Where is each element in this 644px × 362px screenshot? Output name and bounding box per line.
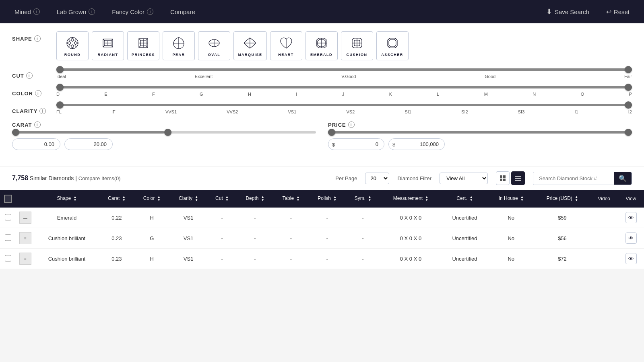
row-checkbox-0[interactable] [5,214,11,220]
table-body: ▬ Emerald 0.22 H VS1 - - - - - 0 X 0 X 0… [0,208,644,269]
results-bar: 7,758 Similar Diamonds | Compare Items(0… [0,166,644,190]
shape-emerald[interactable]: EMERALD [305,31,338,60]
col-shape[interactable]: Shape ▲▼ [35,190,99,208]
row-view-1[interactable]: 👁 [618,228,644,249]
col-table[interactable]: Table ▲▼ [273,190,308,208]
nav-fancy-color[interactable]: Fancy Color i [105,5,160,19]
shape-radiant[interactable]: RADIANT [92,31,124,60]
cut-slider-track [56,68,632,71]
cut-slider-thumb-left[interactable] [56,66,64,73]
col-clarity[interactable]: Clarity ▲▼ [169,190,208,208]
shape-pear[interactable]: PEAR [163,31,195,60]
grid-view-button[interactable] [496,171,510,185]
row-in-house-2: No [488,249,534,269]
carat-slider-thumb-left[interactable] [12,129,19,136]
price-slider-thumb-left[interactable] [328,129,335,136]
svg-rect-53 [500,179,502,181]
view-button-2[interactable]: 👁 [625,253,637,264]
shape-heart[interactable]: HEART [270,31,302,60]
col-sym[interactable]: Sym. ▲▼ [346,190,380,208]
row-checkbox-2[interactable] [5,255,11,261]
shape-round[interactable]: ROUND [56,31,89,60]
row-checkbox-cell[interactable] [0,208,16,228]
price-info-icon[interactable]: i [348,121,355,128]
row-checkbox-cell[interactable] [0,228,16,249]
col-in-house[interactable]: In House ▲▼ [488,190,534,208]
col-price[interactable]: Price (USD) ▲▼ [535,190,590,208]
search-stock-button[interactable]: 🔍 [614,172,632,185]
carat-info-icon[interactable]: i [34,121,41,128]
view-button-1[interactable]: 👁 [625,232,637,244]
carat-slider-track [12,131,316,134]
price-max-input[interactable] [388,138,445,150]
table-row: ≡ Cushion brilliant 0.23 H VS1 - - - - -… [0,249,644,269]
save-search-button[interactable]: ⬇ Save Search [540,4,596,19]
row-cert-2: Uncertified [442,249,488,269]
carat-min-input[interactable]: 0.00 [12,138,60,150]
per-page-select[interactable]: 20 50 100 [365,173,389,184]
reset-button[interactable]: ↩ Reset [600,5,636,19]
col-measurement[interactable]: Measurement ▲▼ [380,190,442,208]
fancy-color-info-icon[interactable]: i [147,8,153,15]
svg-rect-56 [515,178,521,179]
col-cert[interactable]: Cert. ▲▼ [442,190,488,208]
search-stock-input[interactable] [533,172,614,185]
results-count: 7,758 [12,175,28,181]
row-view-0[interactable]: 👁 [618,208,644,228]
clarity-info-icon[interactable]: i [39,108,46,114]
table-row: ≡ Cushion brilliant 0.23 G VS1 - - - - -… [0,228,644,249]
row-price-0: $59 [535,208,590,228]
color-slider-thumb-right[interactable] [625,84,632,91]
shape-marquise[interactable]: MARQUISE [233,31,267,60]
carat-max-input[interactable]: 20.00 [64,138,113,150]
clarity-slider-thumb-right[interactable] [625,101,632,109]
row-video-1 [590,228,618,249]
color-info-icon[interactable]: i [35,90,41,97]
clarity-slider-container[interactable]: FLIFVVS1 VVS2VS1VS2 SI1SI2SI3 I1I2 [56,104,632,114]
shape-oval[interactable]: OVAL [198,31,230,60]
row-in-house-1: No [488,228,534,249]
nav-compare[interactable]: Compare [164,5,202,19]
cut-filter-label: CUT i [12,68,48,79]
price-slider-thumb-right[interactable] [625,129,632,136]
price-section: PRICE i $ $ [328,121,632,150]
shape-grid: ROUND RADIANT [56,31,632,60]
col-carat[interactable]: Carat ▲▼ [99,190,134,208]
shape-asscher[interactable]: ASSCHER [376,31,409,60]
cut-slider-fill [56,68,632,71]
price-min-input[interactable] [328,138,384,150]
nav-mined[interactable]: Mined i [8,5,46,19]
price-slider-fill [328,131,632,134]
nav-mined-label: Mined [14,8,31,15]
results-count-section: 7,758 Similar Diamonds | Compare Items(0… [12,175,121,182]
list-view-button[interactable] [511,171,525,185]
shape-info-icon[interactable]: i [34,35,41,42]
shape-asscher-label: ASSCHER [381,53,403,57]
shape-princess[interactable]: PRINCESS [127,31,159,60]
row-checkbox-cell[interactable] [0,249,16,269]
col-color[interactable]: Color ▲▼ [134,190,169,208]
color-slider-thumb-left[interactable] [56,84,64,91]
cut-label-excellent: Excellent [195,74,213,79]
row-view-2[interactable]: 👁 [618,249,644,269]
view-button-0[interactable]: 👁 [625,212,637,223]
lab-grown-info-icon[interactable]: i [89,8,95,15]
mined-info-icon[interactable]: i [33,8,40,15]
color-slider-labels: DEF GHI JKL MNO P [56,92,632,97]
carat-slider-thumb-right[interactable] [164,129,171,136]
col-cut[interactable]: Cut ▲▼ [207,190,236,208]
col-polish[interactable]: Polish ▲▼ [308,190,346,208]
cut-slider-thumb-right[interactable] [625,66,632,73]
clarity-slider-thumb-left[interactable] [56,101,64,109]
col-depth[interactable]: Depth ▲▼ [237,190,274,208]
compare-all-checkbox[interactable] [3,195,13,203]
shape-cushion[interactable]: CUSHION [341,31,373,60]
svg-rect-54 [503,179,506,181]
row-checkbox-1[interactable] [5,234,11,241]
price-max-currency: $ [392,141,395,147]
diamond-filter-select[interactable]: View All In Stock In House [440,173,488,184]
color-slider-container[interactable]: DEF GHI JKL MNO P [56,86,632,97]
cut-info-icon[interactable]: i [26,72,33,79]
cut-slider-container[interactable]: Ideal Excellent V.Good Good Fair [56,68,632,79]
nav-lab-grown[interactable]: Lab Grown i [50,5,101,19]
